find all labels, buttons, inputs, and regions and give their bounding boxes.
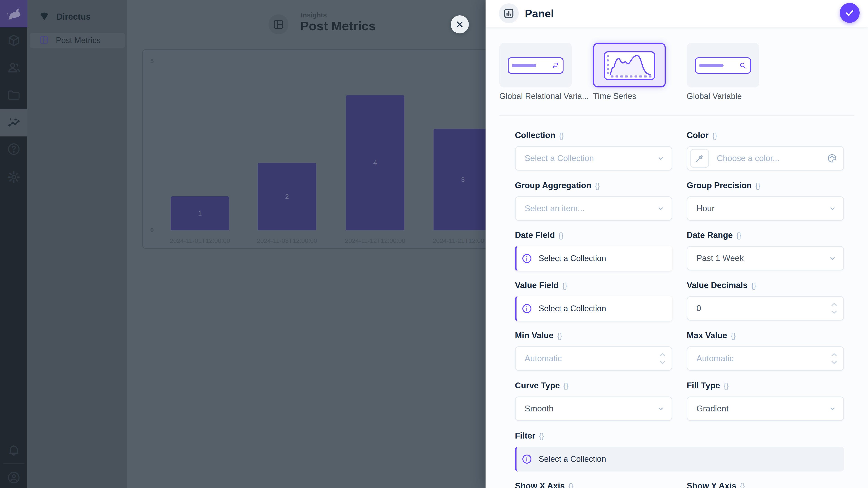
raw-value-icon[interactable]: {} — [723, 382, 728, 390]
fill-type-select[interactable]: Gradient — [687, 396, 844, 421]
collections-cube-icon — [7, 33, 21, 48]
module-bar — [0, 0, 27, 488]
check-icon — [844, 8, 855, 18]
sidebar-item-users[interactable] — [0, 55, 27, 82]
page-title: Post Metrics — [301, 19, 376, 33]
time-series-chart-icon — [605, 53, 654, 79]
stepper-down-icon[interactable] — [659, 360, 666, 365]
save-panel-button[interactable] — [840, 3, 860, 23]
chevron-down-icon — [829, 404, 837, 413]
user-avatar-icon — [7, 470, 21, 486]
card-illustration — [604, 51, 655, 80]
raw-value-icon[interactable]: {} — [539, 432, 544, 440]
value-decimals-label: Value Decimals{} — [687, 281, 756, 290]
curve-type-select[interactable]: Smooth — [515, 396, 672, 421]
sidebar-item-files[interactable] — [0, 82, 27, 109]
project-wedge-icon — [39, 11, 50, 22]
min-value-label: Min Value{} — [515, 331, 562, 340]
help-icon — [7, 142, 21, 157]
y-axis-tick-max: 5 — [150, 58, 154, 65]
sidebar-item-notifications[interactable] — [0, 437, 27, 464]
raw-value-icon[interactable]: {} — [737, 231, 741, 239]
raw-value-icon[interactable]: {} — [755, 182, 761, 190]
date-field-notice: Select a Collection — [515, 246, 672, 271]
value-decimals-input[interactable]: 0 — [687, 296, 844, 321]
number-steppers[interactable] — [831, 352, 837, 365]
stepper-down-icon[interactable] — [831, 360, 837, 365]
bar-value-label: 2 — [285, 193, 289, 200]
sidebar-item-settings[interactable] — [0, 164, 27, 191]
raw-value-icon[interactable]: {} — [563, 382, 568, 390]
chart-bar: 2 — [258, 163, 316, 230]
gear-icon — [7, 170, 21, 185]
raw-value-icon[interactable]: {} — [712, 131, 717, 140]
project-chooser[interactable]: Directus — [27, 0, 127, 33]
sidebar-item-help[interactable] — [0, 136, 27, 163]
raw-value-icon[interactable]: {} — [568, 482, 574, 488]
directus-logo-button[interactable] — [0, 0, 27, 27]
bar-value-label: 1 — [198, 209, 202, 217]
card-illustration — [695, 57, 751, 74]
show-y-axis-label: Show Y Axis{} — [687, 481, 745, 488]
stepper-down-icon[interactable] — [831, 310, 837, 315]
sidebar-item-insights[interactable] — [0, 109, 27, 136]
swap-arrows-icon — [551, 61, 560, 70]
sidebar-item-collections[interactable] — [0, 27, 27, 55]
info-icon — [522, 303, 532, 314]
chevron-down-icon — [829, 204, 837, 213]
stepper-up-icon[interactable] — [831, 302, 837, 307]
stepper-up-icon[interactable] — [659, 352, 666, 357]
filter-label: Filter{} — [515, 431, 544, 441]
page-title-icon-button[interactable] — [269, 14, 288, 34]
value-field-label: Value Field{} — [515, 281, 567, 290]
group-aggregation-select[interactable]: Select an item... — [515, 196, 672, 221]
color-input[interactable]: Choose a color... — [687, 146, 844, 170]
panel-type-global-variable[interactable] — [687, 43, 759, 88]
breadcrumb: Insights — [301, 11, 327, 19]
palette-icon[interactable] — [827, 153, 837, 163]
raw-value-icon[interactable]: {} — [595, 182, 600, 190]
panel-type-label: Time Series — [593, 92, 636, 101]
insert-chart-icon — [503, 7, 515, 20]
panel-type-time-series[interactable] — [593, 43, 666, 88]
raw-value-icon[interactable]: {} — [731, 331, 736, 340]
date-range-select[interactable]: Past 1 Week — [687, 246, 844, 270]
number-steppers[interactable] — [831, 302, 837, 315]
chart-bar: 1 — [170, 196, 229, 230]
raw-value-icon[interactable]: {} — [559, 131, 564, 140]
number-steppers[interactable] — [659, 352, 666, 365]
folder-icon — [7, 88, 21, 103]
bar-value-label: 3 — [461, 176, 465, 184]
close-icon — [455, 20, 465, 29]
raw-value-icon[interactable]: {} — [751, 281, 756, 290]
raw-value-icon[interactable]: {} — [562, 281, 567, 290]
group-precision-select[interactable]: Hour — [687, 196, 844, 221]
nav-item-post-metrics[interactable]: Post Metrics — [30, 33, 125, 48]
info-icon — [522, 454, 532, 464]
drawer-close-button[interactable] — [451, 15, 469, 33]
panel-icon-badge — [499, 3, 519, 23]
drawer-divider — [499, 116, 854, 116]
panel-type-label: Global Variable — [687, 92, 742, 101]
nav-panel: Directus Post Metrics — [27, 0, 127, 488]
max-value-input[interactable]: Automatic — [687, 346, 844, 371]
raw-value-icon[interactable]: {} — [559, 231, 563, 239]
eyedropper-button[interactable] — [690, 149, 709, 168]
color-label: Color{} — [687, 131, 717, 140]
panel-type-global-relational-variable[interactable] — [499, 43, 572, 88]
search-icon — [739, 61, 747, 70]
y-axis-tick-min: 0 — [150, 227, 154, 234]
stepper-up-icon[interactable] — [831, 352, 837, 357]
info-icon — [522, 253, 532, 264]
users-icon — [7, 61, 21, 76]
chevron-down-icon — [657, 204, 665, 213]
raw-value-icon[interactable]: {} — [557, 331, 562, 340]
directus-rabbit-logo-icon — [6, 5, 22, 22]
group-precision-label: Group Precision{} — [687, 181, 761, 190]
sidebar-item-user-menu[interactable] — [0, 464, 27, 488]
collection-select[interactable]: Select a Collection — [515, 146, 672, 170]
fill-type-label: Fill Type{} — [687, 381, 728, 390]
raw-value-icon[interactable]: {} — [740, 482, 745, 488]
panel-type-label: Global Relational Varia... — [499, 92, 589, 101]
min-value-input[interactable]: Automatic — [515, 346, 672, 371]
